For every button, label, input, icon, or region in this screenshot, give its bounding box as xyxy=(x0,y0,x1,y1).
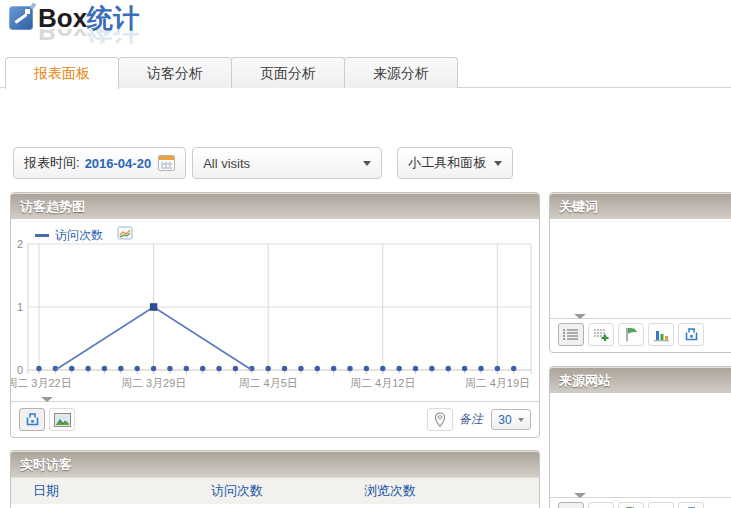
export-data-icon[interactable] xyxy=(678,502,704,508)
svg-text:1: 1 xyxy=(17,301,23,313)
export-data-icon[interactable] xyxy=(678,323,704,346)
all-columns-view-icon[interactable] xyxy=(588,502,614,508)
chevron-down-icon xyxy=(494,161,502,166)
svg-text:周二 4月5日: 周二 4月5日 xyxy=(239,377,298,389)
main-tab-bar: 报表面板 访客分析 页面分析 来源分析 xyxy=(0,57,731,88)
svg-text:2: 2 xyxy=(17,238,23,250)
svg-text:周二 4月19日: 周二 4月19日 xyxy=(465,377,530,389)
table-view-icon[interactable] xyxy=(558,502,584,508)
realtime-widget-title[interactable]: 实时访客 xyxy=(11,451,539,477)
visitor-graph-widget: 访客趋势图 210周二 3月22日周二 3月29日周二 4月5日周二 4月12日… xyxy=(10,192,540,438)
line-chart: 210周二 3月22日周二 3月29日周二 4月5日周二 4月12日周二 4月1… xyxy=(11,219,539,401)
logo-icon xyxy=(9,6,33,30)
rows-count-select[interactable]: 30 xyxy=(491,409,531,430)
segment-selector[interactable]: All visits xyxy=(192,147,382,179)
filter-row: 报表时间: 2016-04-20 All visits 小工具和面板 xyxy=(13,147,513,179)
svg-text:周二 3月22日: 周二 3月22日 xyxy=(11,377,72,389)
referrers-widget-title[interactable]: 来源网站 xyxy=(550,367,731,393)
widgets-and-dashboard-button[interactable]: 小工具和面板 xyxy=(397,147,513,179)
annotations-link[interactable]: 备注 xyxy=(459,411,483,428)
tab-pages[interactable]: 页面分析 xyxy=(231,57,345,88)
segment-selected-value: All visits xyxy=(203,156,250,171)
bar-chart-view-icon[interactable] xyxy=(648,502,674,508)
annotation-pin-icon[interactable] xyxy=(427,408,453,431)
svg-text:0: 0 xyxy=(17,364,23,376)
collapse-handle-icon[interactable] xyxy=(574,493,586,498)
visitor-graph-chart: 210周二 3月22日周二 3月29日周二 4月5日周二 4月12日周二 4月1… xyxy=(11,219,539,401)
date-selector-button[interactable]: 报表时间: 2016-04-20 xyxy=(13,147,186,179)
logo-reflection: Box统计 xyxy=(38,29,139,44)
tab-visitors[interactable]: 访客分析 xyxy=(118,57,232,88)
collapse-handle-icon[interactable] xyxy=(41,397,53,402)
all-columns-view-icon[interactable] xyxy=(588,323,614,346)
column-date: 日期 xyxy=(11,482,211,500)
keywords-empty-body xyxy=(550,219,731,318)
column-pageviews: 浏览次数 xyxy=(364,482,539,500)
realtime-table-header: 日期 访问次数 浏览次数 xyxy=(11,477,539,504)
legend-line-swatch xyxy=(35,234,49,237)
export-data-icon[interactable] xyxy=(19,408,45,431)
chevron-down-icon xyxy=(363,161,371,166)
svg-text:周二 4月12日: 周二 4月12日 xyxy=(350,377,415,389)
realtime-visitors-widget: 实时访客 日期 访问次数 浏览次数 xyxy=(10,450,540,508)
chart-legend: 访问次数 xyxy=(35,226,134,244)
tab-referrers[interactable]: 来源分析 xyxy=(344,57,458,88)
chevron-down-icon xyxy=(518,418,524,422)
referrers-empty-body xyxy=(550,393,731,497)
column-visits: 访问次数 xyxy=(211,482,364,500)
table-view-icon[interactable] xyxy=(558,323,584,346)
widgets-button-label: 小工具和面板 xyxy=(408,154,486,172)
date-label: 报表时间: xyxy=(24,154,80,172)
legend-label: 访问次数 xyxy=(55,227,103,244)
goals-flag-icon[interactable] xyxy=(618,323,644,346)
bar-chart-view-icon[interactable] xyxy=(648,323,674,346)
referrer-websites-widget: 来源网站 xyxy=(549,366,731,508)
calendar-icon xyxy=(158,155,175,171)
top-bar: Box统计 Box统计 xyxy=(0,0,731,57)
keywords-widget-title[interactable]: 关键词 xyxy=(550,193,731,219)
collapse-handle-icon[interactable] xyxy=(574,314,586,319)
app-logo[interactable]: Box统计 Box统计 xyxy=(9,5,139,31)
keywords-widget-footer xyxy=(550,318,731,350)
rows-count-value: 30 xyxy=(498,413,511,427)
date-value: 2016-04-20 xyxy=(85,156,152,171)
keywords-widget: 关键词 xyxy=(549,192,731,353)
goals-flag-icon[interactable] xyxy=(618,502,644,508)
export-image-icon[interactable] xyxy=(49,408,75,431)
tab-dashboard[interactable]: 报表面板 xyxy=(5,57,119,89)
metrics-picker-icon[interactable] xyxy=(117,226,134,244)
referrers-widget-footer xyxy=(550,497,731,508)
visitor-graph-footer: 备注 30 xyxy=(11,401,539,437)
visitor-graph-title[interactable]: 访客趋势图 xyxy=(11,193,539,219)
svg-text:周二 3月29日: 周二 3月29日 xyxy=(121,377,186,389)
logo-wordmark: Box统计 Box统计 xyxy=(38,5,139,31)
